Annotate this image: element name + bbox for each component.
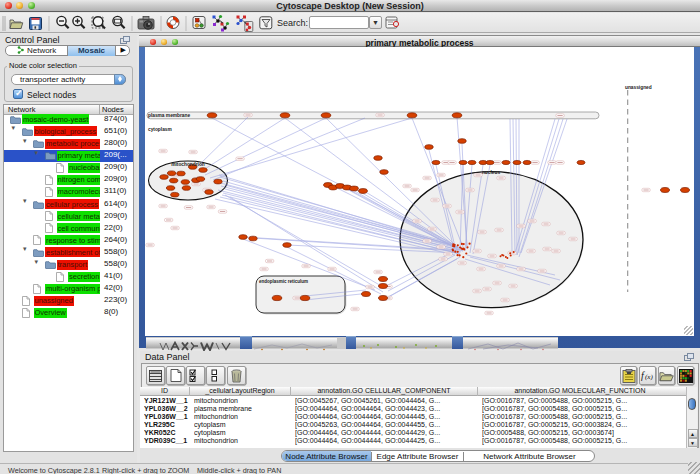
svg-text:(x): (x) [645,373,653,381]
svg-text:plasma membrane: plasma membrane [148,113,190,118]
svg-text:endoplasmic reticulum: endoplasmic reticulum [259,279,308,284]
svg-text:nucleus: nucleus [482,170,500,175]
svg-text:cytoplasm: cytoplasm [148,127,172,132]
svg-text:mitochondrion: mitochondrion [171,162,205,167]
svg-text:unassigned: unassigned [625,85,652,90]
